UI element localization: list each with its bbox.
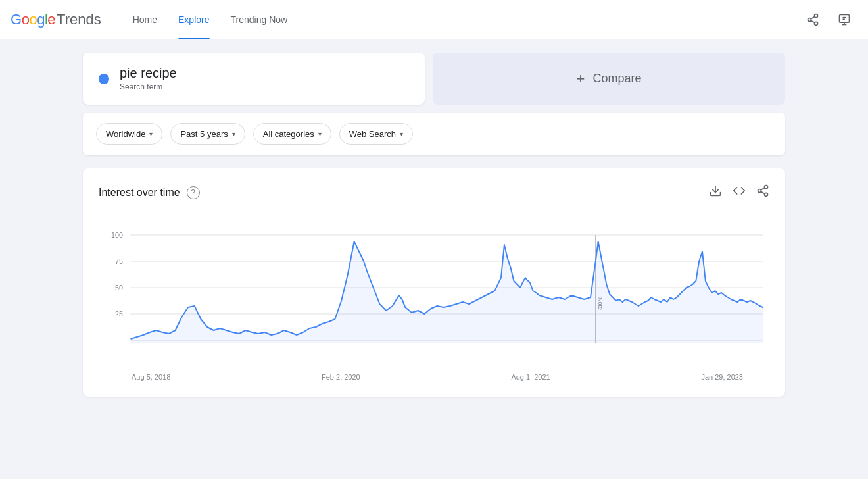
chart-header: Interest over time ? — [99, 184, 769, 201]
search-area: pie recipe Search term + Compare — [83, 53, 785, 105]
share-icon — [806, 13, 819, 26]
chart-title: Interest over time — [99, 187, 180, 199]
chart-share-button[interactable] — [756, 184, 769, 201]
nav-explore[interactable]: Explore — [168, 0, 220, 39]
compare-label: Compare — [592, 72, 641, 86]
embed-button[interactable] — [733, 184, 746, 201]
chart-share-icon — [756, 184, 769, 197]
term-name: pie recipe — [120, 66, 177, 81]
svg-line-4 — [811, 16, 815, 18]
category-filter[interactable]: All categories ▾ — [253, 123, 331, 145]
google-wordmark: Google — [11, 11, 55, 28]
term-type: Search term — [120, 82, 177, 91]
chart-card: Interest over time ? — [83, 168, 785, 397]
feedback-button[interactable] — [831, 7, 857, 33]
search-type-label: Web Search — [349, 129, 396, 139]
search-type-filter[interactable]: Web Search ▾ — [339, 123, 413, 145]
time-filter[interactable]: Past 5 years ▾ — [170, 123, 245, 145]
svg-text:75: 75 — [115, 257, 123, 265]
trends-wordmark: Trends — [57, 11, 101, 28]
chart-actions — [709, 184, 769, 201]
region-chevron: ▾ — [149, 130, 153, 138]
logo[interactable]: Google Trends — [11, 11, 101, 28]
x-label-0: Aug 5, 2018 — [132, 373, 170, 381]
search-type-chevron: ▾ — [400, 130, 403, 138]
x-label-2: Aug 1, 2021 — [511, 373, 550, 381]
x-label-1: Feb 2, 2020 — [322, 373, 360, 381]
interest-chart: 100 75 50 25 Note — [99, 222, 769, 366]
region-label: Worldwide — [106, 129, 145, 139]
time-chevron: ▾ — [232, 130, 235, 138]
term-color-dot — [99, 74, 109, 84]
category-label: All categories — [263, 129, 314, 139]
chart-container: 100 75 50 25 Note Aug 5, 2018 Feb 2, 202… — [99, 222, 769, 381]
header-actions — [800, 7, 857, 33]
header: Google Trends Home Explore Trending Now — [0, 0, 868, 39]
svg-line-14 — [761, 191, 765, 193]
region-filter[interactable]: Worldwide ▾ — [96, 123, 162, 145]
x-axis-labels: Aug 5, 2018 Feb 2, 2020 Aug 1, 2021 Jan … — [99, 369, 769, 381]
chart-title-area: Interest over time ? — [99, 186, 200, 199]
svg-text:50: 50 — [115, 284, 123, 291]
search-term-card: pie recipe Search term — [83, 53, 425, 105]
download-icon — [709, 184, 722, 197]
code-icon — [733, 184, 746, 197]
x-label-3: Jan 29, 2023 — [701, 373, 743, 381]
compare-card[interactable]: + Compare — [433, 53, 785, 105]
time-label: Past 5 years — [180, 129, 228, 139]
svg-line-15 — [761, 188, 765, 189]
filters-bar: Worldwide ▾ Past 5 years ▾ All categorie… — [83, 113, 785, 155]
category-chevron: ▾ — [318, 130, 322, 138]
share-button[interactable] — [800, 7, 826, 33]
feedback-icon — [838, 13, 851, 26]
download-button[interactable] — [709, 184, 722, 201]
main-nav: Home Explore Trending Now — [122, 0, 298, 39]
chart-fill — [131, 241, 763, 343]
chart-help-icon[interactable]: ? — [187, 186, 200, 199]
term-info: pie recipe Search term — [120, 66, 177, 91]
nav-trending-now[interactable]: Trending Now — [220, 0, 299, 39]
compare-plus-icon: + — [577, 70, 585, 88]
svg-text:100: 100 — [111, 231, 123, 239]
nav-home[interactable]: Home — [122, 0, 168, 39]
main-content: pie recipe Search term + Compare Worldwi… — [72, 39, 796, 410]
svg-line-3 — [811, 20, 815, 22]
svg-text:25: 25 — [115, 310, 123, 318]
